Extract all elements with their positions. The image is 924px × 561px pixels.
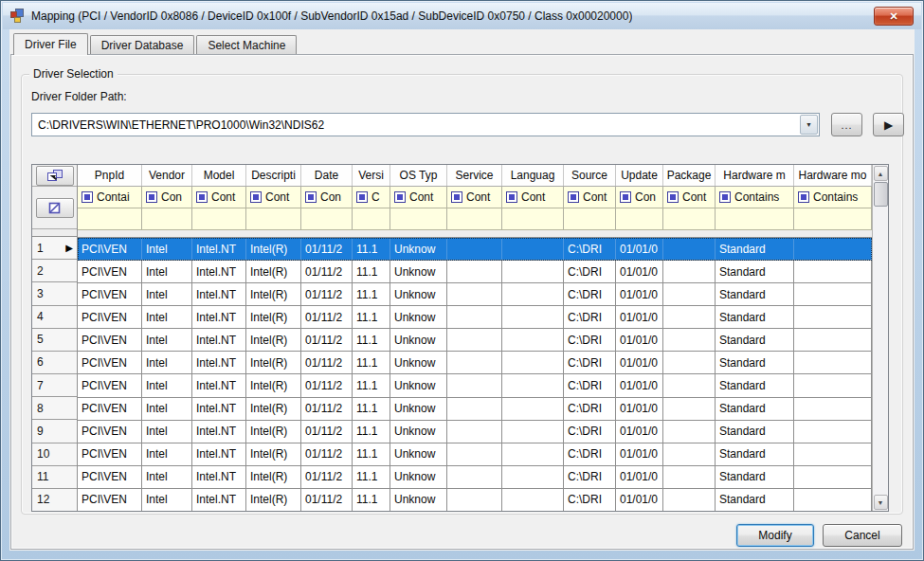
grid-cell-hardware-mo[interactable]: [794, 374, 872, 396]
grid-cell-model[interactable]: Intel.NT: [192, 329, 246, 351]
grid-cell-pnpid[interactable]: PCI\VEN: [78, 329, 142, 351]
driver-folder-path-combobox[interactable]: C:\DRIVERS\WIN\ETHERNET\PRO1000\Win32\ND…: [31, 113, 820, 136]
grid-cell-package[interactable]: [663, 352, 716, 373]
grid-cell-pnpid[interactable]: PCI\VEN: [78, 352, 142, 373]
grid-cell-languag[interactable]: [502, 329, 564, 351]
grid-cell-hardware-mo[interactable]: [794, 466, 872, 488]
grid-cell-source[interactable]: C:\DRI: [564, 489, 616, 511]
filter-value-cell-languag[interactable]: [502, 208, 564, 229]
grid-cell-hardware-mo[interactable]: [794, 261, 872, 282]
table-row[interactable]: PCI\VENIntelIntel.NTIntel(R)01/11/211.1U…: [78, 261, 872, 283]
grid-cell-service[interactable]: [447, 283, 502, 305]
grid-cell-hardware-mo[interactable]: [794, 329, 872, 351]
filter-contains-icon[interactable]: [798, 191, 809, 203]
grid-cell-descripti[interactable]: Intel(R): [246, 329, 301, 351]
grid-cell-languag[interactable]: [502, 283, 564, 305]
grid-cell-versi[interactable]: 11.1: [353, 489, 390, 511]
grid-cell-hardware-mo[interactable]: [794, 352, 872, 373]
grid-cell-model[interactable]: Intel.NT: [192, 238, 246, 260]
column-header-source[interactable]: Source: [564, 165, 616, 186]
filter-value-cell-vendor[interactable]: [142, 208, 192, 229]
grid-cell-hardware-m[interactable]: Standard: [716, 238, 794, 260]
cancel-button[interactable]: Cancel: [823, 524, 902, 547]
filter-contains-icon[interactable]: [356, 191, 368, 203]
table-row[interactable]: PCI\VENIntelIntel.NTIntel(R)01/11/211.1U…: [78, 398, 872, 421]
grid-cell-package[interactable]: [663, 398, 716, 420]
column-header-update[interactable]: Update: [616, 165, 663, 186]
grid-cell-service[interactable]: [447, 466, 502, 488]
browse-button[interactable]: ...: [831, 113, 862, 136]
grid-cell-descripti[interactable]: Intel(R): [246, 489, 301, 511]
grid-cell-source[interactable]: C:\DRI: [564, 466, 616, 488]
column-header-hardware-mo[interactable]: Hardware mo: [794, 165, 872, 186]
filter-contains-icon[interactable]: [146, 191, 157, 203]
filter-value-cell-source[interactable]: [564, 208, 616, 229]
column-header-package[interactable]: Package: [663, 165, 716, 186]
grid-cell-date[interactable]: 01/11/2: [301, 489, 353, 511]
grid-cell-update[interactable]: 01/01/0: [616, 352, 663, 373]
table-row[interactable]: PCI\VENIntelIntel.NTIntel(R)01/11/211.1U…: [78, 238, 872, 261]
grid-cell-hardware-mo[interactable]: [794, 421, 872, 443]
grid-cell-source[interactable]: C:\DRI: [564, 443, 616, 465]
grid-cell-update[interactable]: 01/01/0: [616, 329, 663, 351]
grid-cell-service[interactable]: [447, 421, 502, 443]
filter-value-cell-descripti[interactable]: [246, 208, 301, 229]
filter-contains-icon[interactable]: [719, 191, 731, 203]
table-row[interactable]: PCI\VENIntelIntel.NTIntel(R)01/11/211.1U…: [78, 329, 872, 352]
row-header[interactable]: 9: [32, 420, 77, 443]
load-drivers-button[interactable]: ▶: [873, 113, 904, 136]
filter-contains-icon[interactable]: [196, 191, 208, 203]
grid-cell-versi[interactable]: 11.1: [353, 283, 390, 305]
grid-cell-vendor[interactable]: Intel: [142, 238, 192, 260]
filter-contains-icon[interactable]: [82, 191, 93, 203]
grid-cell-languag[interactable]: [502, 352, 564, 373]
grid-cell-package[interactable]: [663, 283, 716, 305]
grid-cell-date[interactable]: 01/11/2: [301, 466, 353, 488]
grid-cell-service[interactable]: [447, 306, 502, 328]
grid-cell-package[interactable]: [663, 238, 716, 260]
grid-cell-model[interactable]: Intel.NT: [192, 466, 246, 488]
filter-value-cell-update[interactable]: [616, 208, 663, 229]
filter-cell-service[interactable]: Cont: [447, 187, 502, 208]
grid-cell-pnpid[interactable]: PCI\VEN: [78, 306, 142, 328]
grid-cell-vendor[interactable]: Intel: [142, 398, 192, 420]
grid-cell-model[interactable]: Intel.NT: [192, 398, 246, 420]
grid-cell-hardware-m[interactable]: Standard: [716, 489, 794, 511]
column-header-languag[interactable]: Languag: [502, 165, 564, 186]
grid-cell-source[interactable]: C:\DRI: [564, 398, 616, 420]
clear-filter-button[interactable]: [36, 198, 74, 218]
row-header[interactable]: 1▶: [32, 237, 77, 260]
combo-dropdown-button[interactable]: ▼: [800, 115, 818, 135]
grid-cell-hardware-mo[interactable]: [794, 489, 872, 511]
grid-cell-package[interactable]: [663, 329, 716, 351]
tab-select-machine[interactable]: Select Machine: [196, 35, 297, 54]
grid-cell-update[interactable]: 01/01/0: [616, 261, 663, 282]
grid-cell-versi[interactable]: 11.1: [353, 238, 390, 260]
grid-cell-versi[interactable]: 11.1: [353, 352, 390, 373]
grid-cell-os-typ[interactable]: Unknow: [390, 489, 447, 511]
grid-cell-update[interactable]: 01/01/0: [616, 489, 663, 511]
table-row[interactable]: PCI\VENIntelIntel.NTIntel(R)01/11/211.1U…: [78, 466, 872, 489]
grid-cell-descripti[interactable]: Intel(R): [246, 306, 301, 328]
filter-contains-icon[interactable]: [250, 191, 262, 203]
grid-cell-vendor[interactable]: Intel: [142, 283, 192, 305]
grid-cell-hardware-m[interactable]: Standard: [716, 306, 794, 328]
column-header-date[interactable]: Date: [301, 165, 353, 186]
grid-cell-date[interactable]: 01/11/2: [301, 283, 353, 305]
grid-cell-os-typ[interactable]: Unknow: [390, 238, 447, 260]
filter-contains-icon[interactable]: [305, 191, 317, 203]
grid-cell-update[interactable]: 01/01/0: [616, 374, 663, 396]
grid-cell-date[interactable]: 01/11/2: [301, 329, 353, 351]
grid-cell-service[interactable]: [447, 329, 502, 351]
filter-value-cell-service[interactable]: [447, 208, 502, 229]
grid-cell-service[interactable]: [447, 352, 502, 373]
grid-cell-source[interactable]: C:\DRI: [564, 329, 616, 351]
row-header[interactable]: 4: [32, 306, 77, 329]
grid-cell-package[interactable]: [663, 374, 716, 396]
grid-cell-hardware-mo[interactable]: [794, 283, 872, 305]
grid-cell-versi[interactable]: 11.1: [353, 466, 390, 488]
filter-contains-icon[interactable]: [451, 191, 462, 203]
filter-contains-icon[interactable]: [667, 191, 679, 203]
grid-cell-hardware-m[interactable]: Standard: [716, 398, 794, 420]
filter-cell-hardware-mo[interactable]: Contains: [794, 187, 872, 208]
